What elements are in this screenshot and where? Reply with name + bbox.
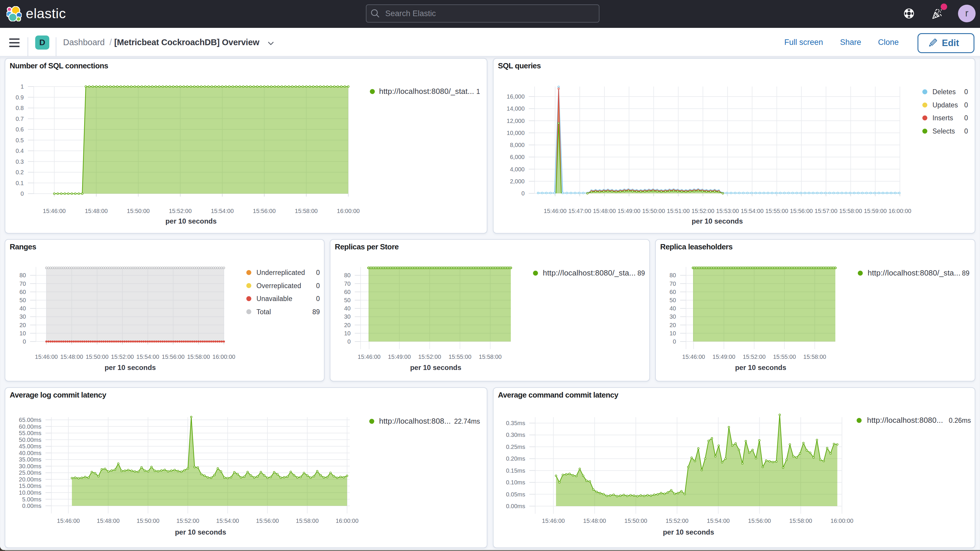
svg-text:per 10 seconds: per 10 seconds xyxy=(692,217,743,225)
svg-text:0.26ms: 0.26ms xyxy=(949,417,971,424)
svg-text:15:58:00: 15:58:00 xyxy=(789,518,812,524)
svg-text:40: 40 xyxy=(344,305,351,312)
svg-text:15.00ms: 15.00ms xyxy=(19,483,41,489)
svg-text:20: 20 xyxy=(670,322,676,328)
svg-text:20: 20 xyxy=(344,322,351,328)
svg-text:http://localhost:8080/_sta...: http://localhost:8080/_sta... xyxy=(868,268,961,277)
svg-text:60.00ms: 60.00ms xyxy=(19,424,41,430)
svg-text:20.00ms: 20.00ms xyxy=(19,476,41,483)
svg-text:per 10 seconds: per 10 seconds xyxy=(105,363,156,371)
svg-text:80: 80 xyxy=(344,272,351,279)
svg-text:0.20ms: 0.20ms xyxy=(506,455,525,462)
svg-text:15:50:00: 15:50:00 xyxy=(624,518,647,524)
svg-text:16:00:00: 16:00:00 xyxy=(830,518,854,524)
svg-text:16:00:00: 16:00:00 xyxy=(336,518,358,524)
svg-text:15:47:00: 15:47:00 xyxy=(568,208,591,214)
svg-text:15:50:00: 15:50:00 xyxy=(127,208,150,214)
svg-text:0.00ms: 0.00ms xyxy=(22,503,41,509)
svg-text:15:46:00: 15:46:00 xyxy=(358,354,380,360)
svg-text:0: 0 xyxy=(22,338,26,345)
svg-text:10: 10 xyxy=(670,330,676,336)
svg-text:per 10 seconds: per 10 seconds xyxy=(175,528,226,536)
svg-text:4,000: 4,000 xyxy=(510,166,525,172)
svg-text:15:54:00: 15:54:00 xyxy=(741,208,764,214)
svg-text:8,000: 8,000 xyxy=(510,142,525,148)
svg-text:15:48:00: 15:48:00 xyxy=(97,518,120,524)
svg-text:per 10 seconds: per 10 seconds xyxy=(165,217,217,225)
svg-text:55.00ms: 55.00ms xyxy=(19,430,41,436)
svg-text:0.00ms: 0.00ms xyxy=(506,503,525,510)
svg-text:Unavailable: Unavailable xyxy=(256,295,292,303)
svg-text:30: 30 xyxy=(670,313,676,320)
svg-text:35.00ms: 35.00ms xyxy=(19,456,41,463)
svg-text:15:52:00: 15:52:00 xyxy=(692,208,714,214)
svg-text:12,000: 12,000 xyxy=(507,118,525,124)
svg-text:15:54:00: 15:54:00 xyxy=(707,518,730,524)
svg-text:0.4: 0.4 xyxy=(16,148,24,154)
svg-text:0.15ms: 0.15ms xyxy=(506,467,525,474)
svg-text:50: 50 xyxy=(344,297,351,303)
svg-text:0: 0 xyxy=(522,190,525,197)
svg-text:0.30ms: 0.30ms xyxy=(506,432,525,438)
svg-text:0: 0 xyxy=(347,338,351,345)
svg-text:per 10 seconds: per 10 seconds xyxy=(410,363,461,371)
svg-text:22.74ms: 22.74ms xyxy=(454,417,480,425)
svg-text:5.00ms: 5.00ms xyxy=(22,496,41,503)
svg-text:15:56:00: 15:56:00 xyxy=(256,518,279,524)
svg-text:15:52:00: 15:52:00 xyxy=(418,354,441,360)
svg-text:15:56:00: 15:56:00 xyxy=(162,354,185,360)
svg-text:15:49:00: 15:49:00 xyxy=(617,208,641,214)
svg-text:15:58:00: 15:58:00 xyxy=(296,518,319,524)
svg-text:15:51:00: 15:51:00 xyxy=(667,208,690,214)
svg-text:0.25ms: 0.25ms xyxy=(506,444,525,450)
svg-text:25.00ms: 25.00ms xyxy=(19,470,41,476)
svg-text:15:52:00: 15:52:00 xyxy=(666,518,689,524)
svg-text:15:53:00: 15:53:00 xyxy=(716,208,739,214)
svg-text:60: 60 xyxy=(19,289,26,295)
svg-text:per 10 seconds: per 10 seconds xyxy=(663,528,714,536)
svg-text:10,000: 10,000 xyxy=(507,130,525,136)
svg-text:40.00ms: 40.00ms xyxy=(19,450,41,456)
svg-text:Total: Total xyxy=(256,308,271,316)
svg-text:80: 80 xyxy=(19,272,26,279)
svg-text:10: 10 xyxy=(344,330,351,336)
svg-text:20: 20 xyxy=(19,322,26,328)
svg-text:0.35ms: 0.35ms xyxy=(506,420,525,426)
svg-text:89: 89 xyxy=(962,269,969,277)
svg-text:50: 50 xyxy=(670,297,676,303)
svg-text:16:00:00: 16:00:00 xyxy=(888,208,912,214)
svg-text:10: 10 xyxy=(19,330,26,336)
svg-text:15:55:00: 15:55:00 xyxy=(449,354,471,360)
svg-text:70: 70 xyxy=(670,280,676,287)
svg-text:Underreplicated: Underreplicated xyxy=(256,269,305,276)
svg-text:0.3: 0.3 xyxy=(16,158,24,165)
svg-text:65.00ms: 65.00ms xyxy=(19,417,41,423)
svg-text:15:52:00: 15:52:00 xyxy=(177,518,199,524)
svg-text:16,000: 16,000 xyxy=(507,93,525,100)
svg-text:2,000: 2,000 xyxy=(510,178,525,185)
svg-text:15:46:00: 15:46:00 xyxy=(43,208,66,214)
svg-text:Updates: Updates xyxy=(932,101,958,109)
svg-text:0.05ms: 0.05ms xyxy=(506,491,525,498)
svg-text:0.9: 0.9 xyxy=(16,94,24,100)
svg-text:0: 0 xyxy=(964,101,968,109)
svg-text:http://localhost:8080/_sta...: http://localhost:8080/_sta... xyxy=(543,268,636,277)
svg-text:0.1: 0.1 xyxy=(16,180,24,186)
svg-text:6,000: 6,000 xyxy=(510,154,525,160)
svg-text:15:55:00: 15:55:00 xyxy=(773,354,796,360)
svg-text:15:58:00: 15:58:00 xyxy=(479,354,502,360)
svg-text:http://localhost:808...: http://localhost:808... xyxy=(379,417,451,425)
svg-text:50.00ms: 50.00ms xyxy=(19,436,41,443)
svg-text:0: 0 xyxy=(964,127,968,135)
svg-text:0.5: 0.5 xyxy=(16,137,24,143)
svg-text:http://localhost:8080/_stat...: http://localhost:8080/_stat... xyxy=(379,87,474,96)
svg-text:15:52:00: 15:52:00 xyxy=(111,354,134,360)
svg-text:15:58:00: 15:58:00 xyxy=(839,208,862,214)
svg-text:0.6: 0.6 xyxy=(16,126,24,133)
svg-text:1: 1 xyxy=(476,88,480,96)
svg-text:0.7: 0.7 xyxy=(16,116,24,122)
svg-text:10.00ms: 10.00ms xyxy=(19,489,41,496)
svg-text:60: 60 xyxy=(670,289,676,295)
svg-text:Deletes: Deletes xyxy=(932,88,956,96)
svg-text:http://localhost:8080...: http://localhost:8080... xyxy=(867,416,943,425)
